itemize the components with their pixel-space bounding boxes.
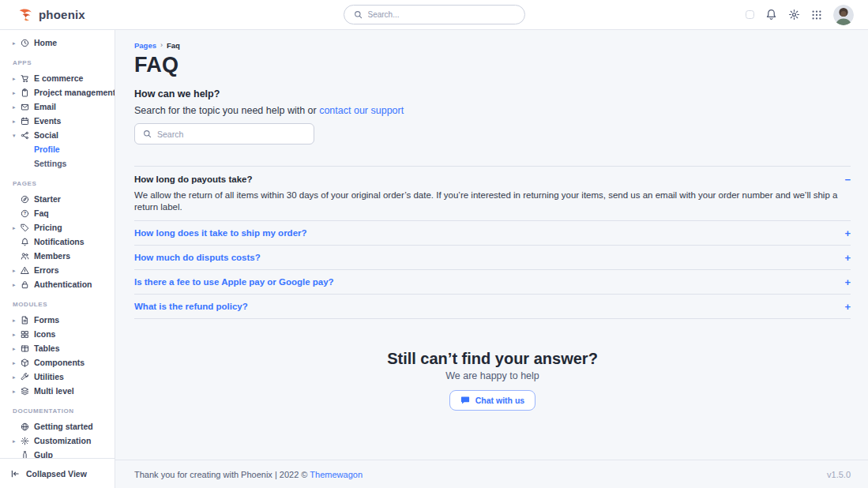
faq-search-input[interactable]	[157, 130, 306, 139]
caret-icon: ▸	[13, 90, 21, 96]
caret-icon: ▸	[13, 389, 21, 394]
notifications-bell-icon[interactable]	[765, 9, 777, 21]
globe-icon	[21, 422, 34, 431]
sidebar-item-icons[interactable]: ▸ Icons	[13, 327, 110, 341]
sidebar-item-home[interactable]: ▸ Home	[13, 36, 110, 50]
faq-question-row[interactable]: How long do payouts take? −	[134, 172, 851, 186]
faq-question-row[interactable]: What is the refund policy? +	[134, 295, 851, 318]
brand-name: phoenix	[39, 8, 85, 21]
clipboard-icon	[21, 88, 34, 97]
wrench-icon	[21, 373, 34, 381]
caret-icon: ▸	[13, 118, 21, 124]
file-icon	[21, 316, 34, 325]
accordion-toggle-icon[interactable]: +	[844, 302, 851, 312]
sidebar-section-label: PAGES	[13, 178, 110, 190]
sidebar-item-getting-started[interactable]: Getting started	[13, 419, 110, 434]
faq-answer: We allow the return of all items within …	[134, 190, 851, 213]
caret-icon: ▾	[13, 133, 21, 138]
accordion-toggle-icon[interactable]: +	[844, 277, 851, 287]
caret-icon: ▸	[13, 374, 21, 380]
help-text: Search for the topic you need help with …	[134, 105, 851, 116]
accordion-toggle-icon[interactable]: −	[844, 175, 851, 185]
caret-icon: ▸	[13, 317, 21, 323]
sidebar-item-errors[interactable]: ▸ Errors	[13, 263, 110, 277]
sidebar-item-project-management[interactable]: ▸ Project management	[13, 85, 110, 99]
clock-icon	[21, 39, 34, 47]
phoenix-logo-icon	[17, 6, 34, 23]
share-icon	[21, 131, 34, 140]
user-avatar[interactable]	[833, 5, 854, 25]
chat-with-us-button[interactable]: Chat with us	[449, 390, 535, 411]
faq-question-row[interactable]: How long does it take to ship my order? …	[134, 221, 851, 245]
footer-text: Thank you for creating with Phoenix | 20…	[134, 470, 310, 479]
sidebar-item-utilities[interactable]: ▸ Utilities	[13, 370, 110, 384]
caret-icon: ▸	[13, 104, 21, 110]
apps-grid-icon[interactable]	[811, 9, 822, 21]
global-search-input[interactable]	[368, 10, 515, 19]
users-icon	[21, 252, 34, 261]
grid-icon	[21, 330, 34, 339]
chat-bubble-icon	[460, 396, 470, 405]
faq-question: What is the refund policy?	[134, 302, 248, 311]
cart-icon	[21, 74, 34, 83]
sidebar-item-components[interactable]: ▸ Components	[13, 355, 110, 370]
cta-heading: Still can’t find your answer?	[134, 349, 851, 368]
lock-icon	[21, 280, 34, 289]
bottle-icon	[21, 451, 34, 459]
sidebar-item-email[interactable]: ▸ Email	[13, 99, 110, 114]
box-icon	[21, 358, 34, 367]
settings-gear-icon	[21, 437, 34, 445]
divider	[134, 318, 851, 319]
faq-search[interactable]	[134, 123, 314, 145]
breadcrumb-pages-link[interactable]: Pages	[134, 41, 156, 50]
footer-version: v1.5.0	[827, 470, 851, 479]
sidebar-item-gulp[interactable]: Gulp	[13, 448, 110, 458]
sidebar-item-faq[interactable]: ? Faq	[13, 206, 110, 220]
faq-accordion: How long do payouts take? − We allow the…	[134, 166, 851, 319]
sidebar-item-forms[interactable]: ▸ Forms	[13, 313, 110, 327]
sidebar-item-social[interactable]: ▾ Social	[13, 128, 110, 142]
sidebar-subitem-profile[interactable]: Profile	[13, 142, 110, 156]
faq-question: Is there a fee to use Apple pay or Googl…	[134, 277, 334, 287]
caret-icon: ▸	[13, 332, 21, 337]
contact-support-link[interactable]: contact our support	[319, 105, 404, 116]
compass-icon	[21, 195, 34, 204]
collapsed-view-button[interactable]: Collapsed View	[0, 458, 115, 488]
sidebar-item-authentication[interactable]: ▸ Authentication	[13, 277, 110, 291]
faq-question-row[interactable]: Is there a fee to use Apple pay or Googl…	[134, 270, 851, 294]
caret-icon: ▸	[13, 438, 21, 444]
sidebar-subitem-settings[interactable]: Settings	[13, 156, 110, 171]
footer: Thank you for creating with Phoenix | 20…	[115, 460, 868, 488]
caret-icon: ▸	[13, 360, 21, 366]
sidebar-item-multi-level[interactable]: ▸ Multi level	[13, 384, 110, 398]
layers-icon	[21, 387, 34, 396]
top-navbar: phoenix	[0, 0, 868, 30]
faq-question: How long do payouts take?	[134, 175, 253, 184]
sidebar-item-starter[interactable]: Starter	[13, 192, 110, 206]
brand-logo[interactable]: phoenix	[0, 6, 85, 23]
accordion-toggle-icon[interactable]: +	[844, 228, 851, 238]
sidebar-item-pricing[interactable]: ▸ Pricing	[13, 220, 110, 235]
search-icon	[143, 130, 152, 138]
settings-gear-icon[interactable]	[788, 9, 800, 21]
navbar-actions	[746, 5, 868, 25]
sidebar-item-members[interactable]: Members	[13, 249, 110, 263]
footer-credit: Thank you for creating with Phoenix | 20…	[134, 470, 363, 479]
accordion-toggle-icon[interactable]: +	[844, 253, 851, 263]
calendar-icon	[21, 117, 34, 126]
theme-toggle[interactable]	[746, 10, 754, 19]
envelope-icon	[21, 103, 34, 111]
svg-text:?: ?	[24, 211, 27, 216]
sidebar-item-notifications[interactable]: Notifications	[13, 235, 110, 249]
help-text-prefix: Search for the topic you need help with …	[134, 105, 319, 116]
faq-question-row[interactable]: How much do disputs costs? +	[134, 246, 851, 269]
sidebar-item-e-commerce[interactable]: ▸ E commerce	[13, 71, 110, 85]
sidebar-item-tables[interactable]: ▸ Tables	[13, 341, 110, 355]
sidebar-item-events[interactable]: ▸ Events	[13, 114, 110, 128]
sidebar-item-customization[interactable]: ▸ Customization	[13, 434, 110, 448]
global-search[interactable]	[344, 5, 525, 24]
chat-button-label: Chat with us	[475, 396, 524, 405]
themewagon-link[interactable]: Themewagon	[310, 470, 363, 479]
search-icon	[354, 10, 363, 19]
cta-subheading: We are happy to help	[134, 370, 851, 381]
